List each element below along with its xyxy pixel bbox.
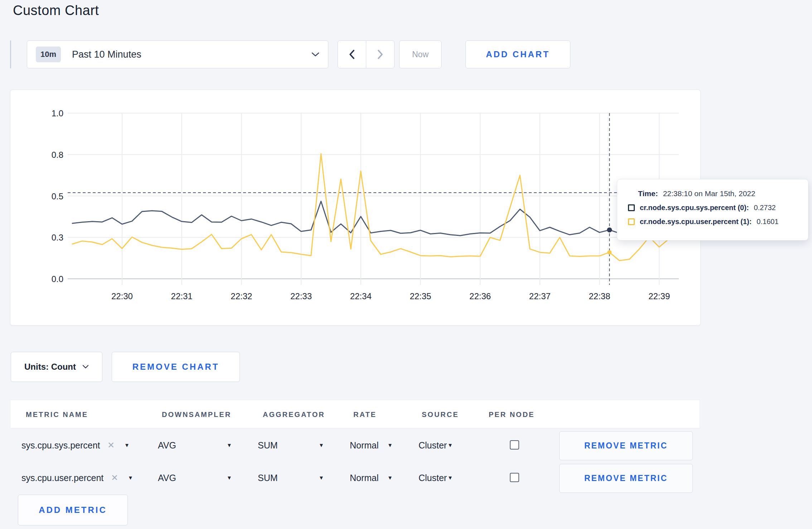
rate-select[interactable]: Normal bbox=[350, 473, 379, 483]
aggregator-caret-icon[interactable]: ▼ bbox=[319, 442, 324, 448]
chevron-right-icon bbox=[377, 50, 383, 59]
source-select[interactable]: Cluster bbox=[419, 440, 447, 451]
downsampler-select[interactable]: AVG bbox=[158, 473, 176, 483]
column-header-rate: RATE bbox=[353, 411, 377, 419]
source-select[interactable]: Cluster bbox=[419, 473, 447, 483]
downsampler-caret-icon[interactable]: ▼ bbox=[227, 475, 232, 481]
svg-text:1.0: 1.0 bbox=[52, 108, 63, 118]
tooltip-series-label: cr.node.sys.cpu.user.percent (1): bbox=[640, 218, 751, 226]
chart-card: 1.00.80.50.30.022:3022:3122:3222:3322:34… bbox=[10, 89, 701, 326]
column-header-downsampler: DOWNSAMPLER bbox=[162, 411, 231, 419]
time-pager bbox=[338, 40, 395, 68]
metric-name-select[interactable]: sys.cpu.sys.percent bbox=[21, 440, 100, 451]
add-chart-button[interactable]: ADD CHART bbox=[465, 40, 570, 68]
metric-row: sys.cpu.user.percent ✕ ▼ AVG ▼ SUM ▼ Nor… bbox=[0, 464, 812, 493]
metric-caret-icon[interactable]: ▼ bbox=[124, 442, 130, 448]
metric-name-select[interactable]: sys.cpu.user.percent bbox=[21, 473, 103, 483]
svg-text:0.0: 0.0 bbox=[52, 274, 63, 284]
per-node-checkbox[interactable] bbox=[510, 440, 519, 450]
range-badge: 10m bbox=[36, 47, 61, 62]
rate-caret-icon[interactable]: ▼ bbox=[387, 475, 393, 481]
tooltip-series-value: 0.1601 bbox=[757, 218, 778, 226]
time-range-selector[interactable]: 10m Past 10 Minutes bbox=[27, 40, 328, 68]
toolbar-divider bbox=[10, 40, 11, 68]
tooltip-time-value: 22:38:10 on Mar 15th, 2022 bbox=[663, 189, 755, 198]
column-header-aggregator: AGGREGATOR bbox=[263, 411, 325, 419]
svg-text:22:34: 22:34 bbox=[350, 291, 372, 301]
svg-text:22:31: 22:31 bbox=[171, 291, 193, 301]
units-label: Units: Count bbox=[24, 362, 76, 372]
sys-series-swatch-icon bbox=[628, 204, 635, 211]
tooltip-time-row: Time: 22:38:10 on Mar 15th, 2022 bbox=[638, 189, 797, 198]
source-caret-icon[interactable]: ▼ bbox=[448, 475, 453, 481]
add-metric-button[interactable]: ADD METRIC bbox=[18, 495, 128, 525]
svg-text:22:32: 22:32 bbox=[231, 291, 252, 301]
metrics-table-header: METRIC NAME DOWNSAMPLER AGGREGATOR RATE … bbox=[10, 400, 700, 428]
remove-metric-button[interactable]: REMOVE METRIC bbox=[559, 431, 693, 460]
metric-caret-icon[interactable]: ▼ bbox=[128, 475, 133, 481]
svg-text:0.3: 0.3 bbox=[52, 233, 63, 242]
metric-row: sys.cpu.sys.percent ✕ ▼ AVG ▼ SUM ▼ Norm… bbox=[0, 431, 812, 460]
tooltip-series-row: cr.node.sys.cpu.user.percent (1): 0.1601 bbox=[628, 218, 797, 226]
page-title: Custom Chart bbox=[13, 3, 99, 18]
chevron-down-icon bbox=[82, 365, 89, 369]
downsampler-select[interactable]: AVG bbox=[158, 440, 176, 451]
chart-tooltip: Time: 22:38:10 on Mar 15th, 2022 cr.node… bbox=[617, 179, 808, 241]
aggregator-select[interactable]: SUM bbox=[258, 473, 278, 483]
downsampler-caret-icon[interactable]: ▼ bbox=[227, 442, 232, 448]
tooltip-series-row: cr.node.sys.cpu.sys.percent (0): 0.2732 bbox=[628, 204, 797, 212]
aggregator-caret-icon[interactable]: ▼ bbox=[319, 475, 324, 481]
prev-range-button[interactable] bbox=[338, 41, 366, 68]
clear-metric-icon[interactable]: ✕ bbox=[107, 440, 115, 450]
remove-chart-button[interactable]: REMOVE CHART bbox=[112, 352, 240, 382]
chevron-down-icon bbox=[311, 52, 319, 57]
svg-text:22:35: 22:35 bbox=[410, 291, 431, 301]
svg-text:22:39: 22:39 bbox=[648, 291, 670, 301]
svg-text:22:38: 22:38 bbox=[589, 291, 610, 301]
next-range-button[interactable] bbox=[366, 41, 394, 68]
column-header-metric-name: METRIC NAME bbox=[26, 411, 88, 419]
per-node-checkbox[interactable] bbox=[510, 473, 519, 482]
rate-caret-icon[interactable]: ▼ bbox=[387, 442, 393, 448]
source-caret-icon[interactable]: ▼ bbox=[448, 442, 453, 448]
svg-text:22:36: 22:36 bbox=[469, 291, 491, 301]
remove-metric-button[interactable]: REMOVE METRIC bbox=[559, 464, 693, 493]
svg-text:0.5: 0.5 bbox=[52, 191, 63, 201]
column-header-source: SOURCE bbox=[422, 411, 459, 419]
tooltip-series-value: 0.2732 bbox=[754, 204, 776, 212]
rate-select[interactable]: Normal bbox=[350, 440, 379, 451]
tooltip-time-label: Time: bbox=[638, 189, 658, 198]
column-header-per-node: PER NODE bbox=[489, 411, 535, 419]
svg-text:0.8: 0.8 bbox=[52, 150, 63, 160]
svg-text:22:30: 22:30 bbox=[111, 291, 133, 301]
tooltip-series-label: cr.node.sys.cpu.sys.percent (0): bbox=[640, 204, 749, 212]
svg-text:22:33: 22:33 bbox=[290, 291, 312, 301]
units-dropdown[interactable]: Units: Count bbox=[11, 352, 102, 382]
chevron-left-icon bbox=[349, 50, 355, 59]
range-label: Past 10 Minutes bbox=[72, 49, 311, 60]
aggregator-select[interactable]: SUM bbox=[258, 440, 278, 451]
metrics-line-chart[interactable]: 1.00.80.50.30.022:3022:3122:3222:3322:34… bbox=[10, 90, 700, 325]
now-button[interactable]: Now bbox=[399, 40, 441, 68]
custom-chart-page: Custom Chart 10m Past 10 Minutes Now ADD… bbox=[0, 0, 812, 529]
clear-metric-icon[interactable]: ✕ bbox=[111, 473, 118, 483]
svg-text:22:37: 22:37 bbox=[529, 291, 551, 301]
user-series-swatch-icon bbox=[628, 218, 635, 225]
